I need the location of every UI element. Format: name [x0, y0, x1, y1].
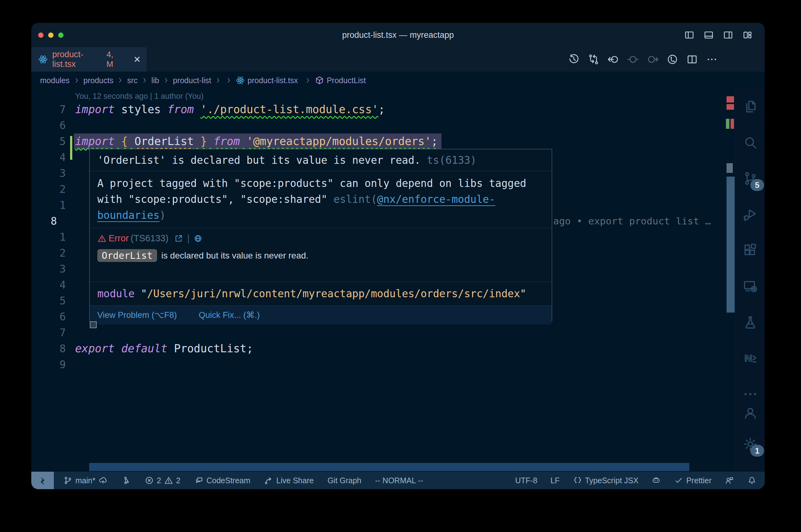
hover-ts-code: ts(6133): [420, 154, 476, 166]
statusbar-label: 2: [157, 476, 161, 485]
close-tab-icon[interactable]: ✕: [133, 54, 141, 65]
statusbar-item[interactable]: 22: [145, 476, 181, 485]
copilot-icon: [652, 476, 661, 485]
activitybar-settings-gear[interactable]: 1: [741, 435, 760, 454]
remote-indicator[interactable]: [31, 472, 54, 489]
code-line[interactable]: 5import { OrderList } from '@myreactapp/…: [31, 133, 735, 149]
hover-module-path: module "/Users/juri/nrwl/content/myreact…: [90, 282, 552, 306]
code-line[interactable]: 7import styles from './product-list.modu…: [31, 101, 735, 117]
external-link-icon[interactable]: [174, 234, 183, 243]
line-number: 9: [41, 357, 66, 373]
statusbar-label: 2: [176, 476, 181, 485]
code-line[interactable]: 6: [31, 117, 735, 133]
activitybar-nx-console[interactable]: [741, 349, 760, 367]
activitybar-files[interactable]: [741, 97, 760, 116]
statusbar-label: Prettier: [686, 476, 711, 485]
statusbar-item[interactable]: TypeScript JSX: [573, 476, 639, 485]
more-actions-icon[interactable]: [706, 54, 718, 65]
vertical-scrollbar[interactable]: [727, 177, 735, 312]
overview-error-mark: [731, 119, 734, 129]
layout-sidebar-right-icon[interactable]: [723, 30, 733, 40]
error-circle-icon: [145, 476, 154, 485]
activitybar-badge: 1: [750, 445, 764, 457]
line-number: 7: [41, 101, 66, 117]
codestream-icon: [194, 476, 204, 485]
line-number: 2: [41, 245, 66, 261]
statusbar-label: TypeScript JSX: [585, 476, 639, 485]
activitybar-source-control[interactable]: 5: [741, 169, 760, 188]
code-editor[interactable]: You, 12 seconds ago | 1 author (You) 7im…: [31, 89, 735, 472]
gitlens-inline-blame: ago • export product list …: [553, 213, 711, 229]
code-line[interactable]: 8export default ProductList;: [31, 341, 735, 357]
chevron-right-icon: [305, 77, 311, 83]
activity-bar: 5 1: [735, 89, 765, 472]
breadcrumb-file[interactable]: product-list.tsx: [236, 76, 298, 85]
activitybar-debug[interactable]: [741, 205, 760, 224]
quick-fix-action[interactable]: Quick Fix... (⌘.): [199, 306, 260, 324]
nav-previous-icon[interactable]: [627, 54, 639, 65]
activitybar-ellipsis[interactable]: [741, 385, 760, 403]
chevron-right-icon: [74, 77, 80, 83]
bell-icon: [747, 476, 757, 485]
breadcrumb-item[interactable]: product-list: [173, 76, 211, 85]
layout-sidebar-icon[interactable]: [684, 30, 695, 40]
timeline-icon[interactable]: [568, 54, 580, 65]
breadcrumb-item[interactable]: products: [84, 76, 113, 85]
statusbar-item[interactable]: [747, 476, 757, 485]
line-number: 5: [41, 133, 66, 149]
statusbar-item[interactable]: [725, 476, 734, 485]
eslint-rule-link[interactable]: boundaries: [97, 209, 160, 222]
activitybar-extensions[interactable]: [741, 241, 760, 260]
breadcrumb-item[interactable]: src: [127, 76, 138, 85]
hover-ts-message: 'OrderList' is declared but its value is…: [90, 149, 552, 171]
code-text: import styles from './product-list.modul…: [75, 101, 385, 117]
horizontal-scrollbar[interactable]: [89, 463, 689, 471]
breadcrumb-item[interactable]: modules: [40, 76, 70, 85]
tab-product-list[interactable]: product-list.tsx 4, M ✕: [31, 47, 146, 72]
overview-error-mark: [727, 104, 734, 110]
activitybar-account[interactable]: [741, 403, 760, 422]
statusbar-item[interactable]: CodeStream: [194, 476, 250, 485]
error-hover-tooltip: 'OrderList' is declared but its value is…: [89, 149, 552, 321]
statusbar-item[interactable]: [652, 476, 661, 485]
breadcrumb-item[interactable]: lib: [151, 76, 159, 85]
nav-next-icon[interactable]: [647, 54, 659, 65]
layout-panel-icon[interactable]: [703, 30, 714, 40]
live-share-icon: [264, 476, 273, 485]
statusbar-label: LF: [550, 476, 560, 485]
activitybar-testing[interactable]: [741, 313, 760, 331]
compare-changes-icon[interactable]: [588, 54, 600, 65]
check-icon: [674, 476, 684, 485]
statusbar-item[interactable]: Live Share: [264, 476, 314, 485]
eslint-rule-link[interactable]: @nx/enforce-module-: [377, 193, 495, 206]
statusbar-item[interactable]: UTF-8: [515, 476, 537, 485]
line-number: 4: [41, 149, 66, 165]
statusbar-item[interactable]: LF: [550, 476, 560, 485]
tab-label: product-list.tsx: [52, 50, 102, 69]
view-problem-action[interactable]: View Problem (⌥F8): [97, 306, 177, 324]
activitybar-remote-explorer[interactable]: [741, 277, 760, 296]
statusbar-item[interactable]: main*: [63, 476, 108, 485]
run-icon[interactable]: [667, 54, 678, 65]
status-bar: main*22CodeStreamLive ShareGit Graph-- N…: [31, 472, 765, 489]
line-number: 6: [41, 117, 66, 133]
split-editor-icon[interactable]: [686, 54, 698, 65]
line-number: 1: [41, 197, 66, 213]
hover-resize-grip[interactable]: [90, 321, 97, 328]
chevron-right-icon: [215, 77, 221, 83]
activitybar-search[interactable]: [741, 133, 760, 152]
statusbar-item[interactable]: [122, 476, 131, 485]
code-line[interactable]: 9: [31, 357, 735, 373]
layout-customize-icon[interactable]: [742, 30, 753, 40]
activitybar-badge: 5: [750, 179, 764, 191]
statusbar-item[interactable]: Prettier: [674, 476, 711, 485]
nav-back-icon[interactable]: [607, 54, 619, 65]
breadcrumb-symbol[interactable]: ProductList: [315, 76, 366, 85]
code-line[interactable]: 7: [31, 325, 735, 341]
gitlens-blame-annotation: You, 12 seconds ago | 1 author (You): [75, 90, 204, 102]
statusbar-item[interactable]: Git Graph: [328, 476, 361, 485]
remote-icon: [38, 476, 47, 485]
statusbar-item[interactable]: -- NORMAL --: [375, 476, 423, 485]
globe-icon[interactable]: [193, 234, 203, 243]
line-number: 4: [41, 277, 66, 293]
